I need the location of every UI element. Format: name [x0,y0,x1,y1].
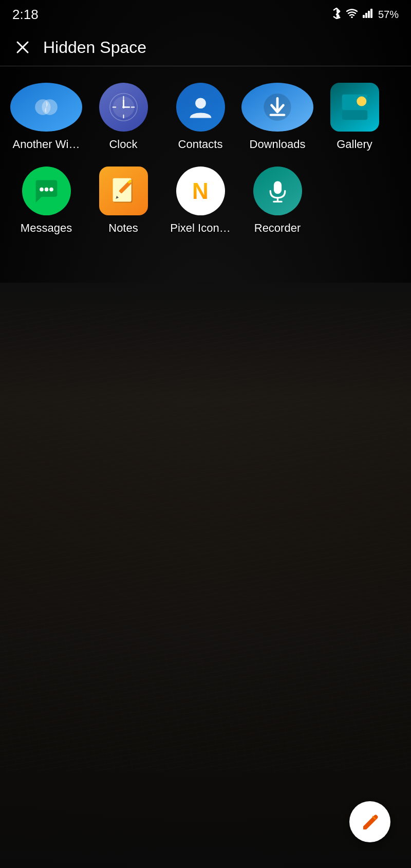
bluetooth-icon [332,8,341,22]
svg-rect-3 [368,11,370,18]
app-item-gallery[interactable]: Gallery [319,83,390,151]
status-icons: 57% [332,8,399,22]
recorder-label: Recorder [254,221,301,235]
svg-rect-2 [365,13,367,18]
edit-fab[interactable] [349,801,390,842]
svg-rect-4 [370,9,372,18]
svg-rect-25 [342,110,367,120]
svg-point-26 [40,188,44,192]
svg-point-0 [351,16,353,17]
status-time: 2:18 [12,7,39,23]
svg-point-17 [122,106,125,108]
app-item-another-widget[interactable]: Another Wi… [10,83,82,151]
another-widget-label: Another Wi… [13,138,80,151]
pixel-icon-icon: N [176,167,225,215]
svg-point-18 [195,98,206,108]
app-item-notes[interactable]: Notes [87,167,159,235]
downloads-label: Downloads [250,138,306,151]
contacts-icon [176,83,225,132]
signal-icon [363,9,373,21]
page-title: Hidden Space [43,38,146,57]
messages-icon [22,167,71,215]
notes-label: Notes [108,221,138,235]
recorder-icon [253,167,302,215]
svg-point-27 [44,188,48,192]
app-row-1: Another Wi… [10,83,401,151]
svg-point-28 [49,188,53,192]
svg-rect-1 [363,15,365,18]
header: Hidden Space [0,27,411,66]
another-widget-icon [10,83,82,132]
clock-label: Clock [109,138,137,151]
wifi-icon [346,9,358,21]
gallery-icon [330,83,379,132]
app-row-2: Messages Notes [10,167,401,235]
app-grid: Another Wi… [0,72,411,255]
gallery-label: Gallery [337,138,372,151]
close-button[interactable] [12,37,33,58]
app-item-pixel-icon[interactable]: N Pixel Icon… [164,167,236,235]
clock-icon [99,83,148,132]
app-item-downloads[interactable]: Downloads [241,83,313,151]
svg-rect-33 [273,181,281,194]
svg-point-24 [357,97,366,106]
notes-icon [99,167,148,215]
app-item-clock[interactable]: Clock [87,83,159,151]
messages-label: Messages [21,221,72,235]
downloads-icon [241,83,313,132]
app-item-contacts[interactable]: Contacts [164,83,236,151]
app-item-recorder[interactable]: Recorder [241,167,313,235]
svg-point-8 [42,99,57,115]
pixel-icon-label: Pixel Icon… [170,221,230,235]
battery-text: 57% [378,9,399,21]
app-item-messages[interactable]: Messages [10,167,82,235]
status-bar: 2:18 [0,0,411,27]
contacts-label: Contacts [178,138,223,151]
